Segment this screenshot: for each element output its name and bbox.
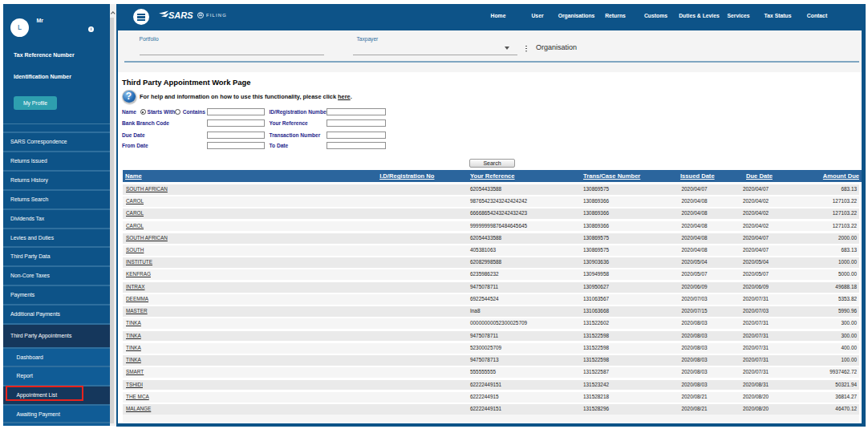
svg-text:SARS: SARS xyxy=(168,10,193,20)
